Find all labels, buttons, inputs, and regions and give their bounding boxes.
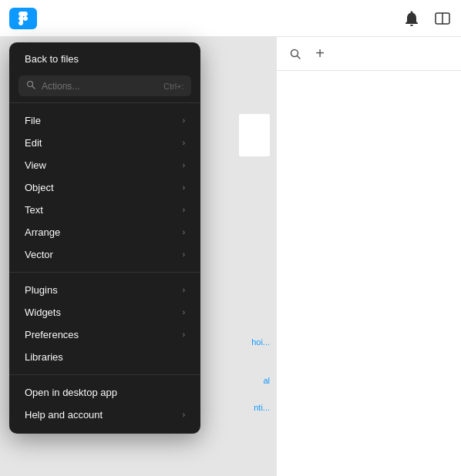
menu-arrow-file: › <box>183 116 185 125</box>
top-bar <box>0 0 461 37</box>
menu-arrow-text: › <box>183 206 185 214</box>
svg-line-3 <box>298 55 301 59</box>
svg-point-4 <box>28 82 33 87</box>
layout-icon[interactable] <box>433 9 452 28</box>
menu-arrow-edit: › <box>183 139 185 147</box>
menu-search-input[interactable] <box>42 81 157 92</box>
menu-arrow-help: › <box>183 411 185 419</box>
menu-item-arrange[interactable]: Arrange › <box>9 221 200 243</box>
menu-item-libraries-label: Libraries <box>25 351 63 363</box>
menu-item-plugins[interactable]: Plugins › <box>9 279 200 301</box>
right-panel-toolbar: + <box>277 37 461 71</box>
menu-item-object-label: Object <box>25 182 183 193</box>
menu-item-edit[interactable]: Edit › <box>9 132 200 154</box>
menu-arrow-plugins: › <box>183 286 185 294</box>
menu-item-preferences[interactable]: Preferences › <box>9 323 200 346</box>
menu-item-arrange-label: Arrange <box>25 226 183 238</box>
menu-arrow-preferences: › <box>183 330 185 339</box>
dropdown-menu: Back to files Ctrl+: File › Edit › View … <box>9 42 200 434</box>
menu-search-bar[interactable]: Ctrl+: <box>19 75 191 96</box>
menu-search-shortcut: Ctrl+: <box>163 82 184 91</box>
back-to-files-label: Back to files <box>25 53 79 65</box>
add-icon[interactable]: + <box>311 45 329 63</box>
back-to-files-item[interactable]: Back to files <box>9 42 200 75</box>
menu-item-view[interactable]: View › <box>9 154 200 176</box>
menu-item-file-label: File <box>25 115 183 126</box>
menu-item-plugins-label: Plugins <box>25 284 183 296</box>
menu-item-widgets[interactable]: Widgets › <box>9 301 200 323</box>
canvas-frame <box>239 114 270 156</box>
menu-section-1: File › Edit › View › Object › Text › Arr… <box>9 108 200 267</box>
menu-divider-2 <box>9 272 200 273</box>
menu-item-help[interactable]: Help and account › <box>9 404 200 426</box>
menu-item-preferences-label: Preferences <box>25 329 183 340</box>
right-panel: + <box>276 37 461 476</box>
menu-item-help-label: Help and account <box>25 409 183 421</box>
menu-item-widgets-label: Widgets <box>25 307 183 318</box>
notification-icon[interactable] <box>402 9 421 28</box>
menu-arrow-arrange: › <box>183 228 185 236</box>
menu-arrow-vector: › <box>183 250 185 259</box>
canvas-link-3: nti... <box>254 403 270 412</box>
menu-item-view-label: View <box>25 159 183 171</box>
menu-section-3: Open in desktop app Help and account › <box>9 380 200 427</box>
menu-item-text[interactable]: Text › <box>9 199 200 221</box>
menu-item-libraries[interactable]: Libraries <box>9 346 200 368</box>
menu-item-vector[interactable]: Vector › <box>9 243 200 266</box>
canvas-link-1: hoi... <box>251 337 270 347</box>
menu-divider-1 <box>9 102 200 103</box>
svg-line-5 <box>32 86 35 89</box>
menu-arrow-object: › <box>183 183 185 192</box>
menu-divider-3 <box>9 374 200 375</box>
menu-item-edit-label: Edit <box>25 137 183 149</box>
menu-item-object[interactable]: Object › <box>9 176 200 199</box>
menu-item-file[interactable]: File › <box>9 109 200 132</box>
menu-item-text-label: Text <box>25 204 183 216</box>
menu-item-open-desktop-label: Open in desktop app <box>25 387 117 398</box>
menu-search-icon <box>26 80 35 92</box>
menu-arrow-view: › <box>183 161 185 169</box>
top-bar-icons <box>402 9 452 28</box>
canvas-link-2: al <box>263 376 270 385</box>
search-icon[interactable] <box>286 45 305 63</box>
menu-arrow-widgets: › <box>183 308 185 317</box>
menu-section-2: Plugins › Widgets › Preferences › Librar… <box>9 277 200 370</box>
figma-logo-button[interactable] <box>9 8 37 29</box>
menu-item-open-desktop[interactable]: Open in desktop app <box>9 381 200 404</box>
menu-item-vector-label: Vector <box>25 249 183 260</box>
